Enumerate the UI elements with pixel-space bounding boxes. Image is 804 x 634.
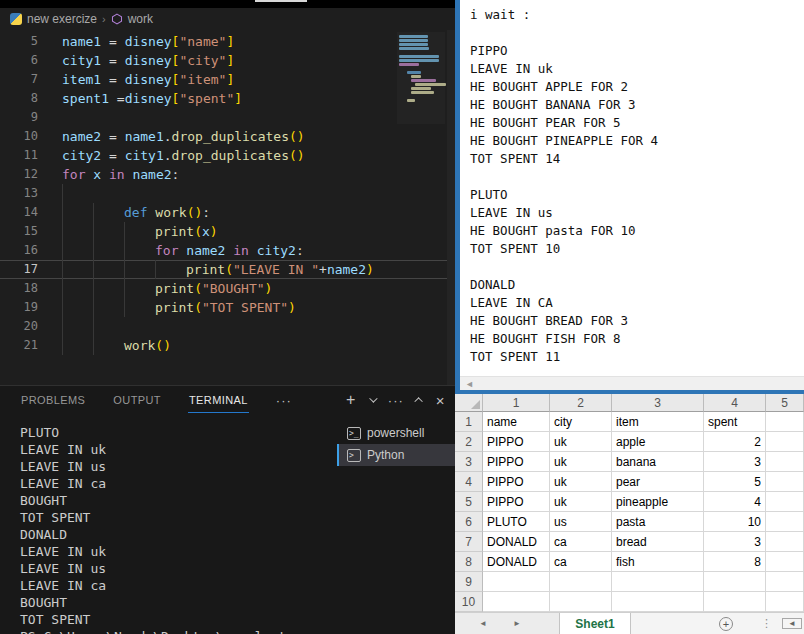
- table-cell[interactable]: uk: [550, 492, 612, 512]
- column-header-1[interactable]: 1: [483, 394, 550, 412]
- code-line[interactable]: 19print("TOT SPENT"): [0, 298, 455, 317]
- table-cell[interactable]: [766, 452, 804, 472]
- table-cell[interactable]: pasta: [612, 512, 704, 532]
- code-line[interactable]: 8spent1 =disney["spent"]: [0, 89, 455, 108]
- table-cell[interactable]: apple: [612, 432, 704, 452]
- table-cell[interactable]: banana: [612, 452, 704, 472]
- row-header-1[interactable]: 1: [455, 412, 483, 432]
- sheet-nav-right-icon[interactable]: ►: [513, 619, 521, 628]
- chevron-up-icon[interactable]: [414, 397, 422, 405]
- breadcrumb[interactable]: new exercize › work: [0, 8, 455, 30]
- panel-tab-problems[interactable]: PROBLEMS: [20, 387, 86, 413]
- table-cell[interactable]: PIPPO: [483, 492, 550, 512]
- code-line[interactable]: 13: [0, 184, 455, 203]
- add-sheet-icon[interactable]: +: [719, 617, 733, 631]
- table-cell[interactable]: uk: [550, 452, 612, 472]
- table-cell[interactable]: 10: [704, 512, 766, 532]
- table-cell[interactable]: pear: [612, 472, 704, 492]
- table-cell[interactable]: [612, 592, 704, 612]
- column-header-3[interactable]: 3: [612, 394, 704, 412]
- table-cell[interactable]: spent: [704, 412, 766, 432]
- table-cell[interactable]: 3: [704, 532, 766, 552]
- column-header-5[interactable]: 5: [766, 394, 804, 412]
- panel-tabs-more-icon[interactable]: ···: [275, 386, 293, 414]
- table-cell[interactable]: PIPPO: [483, 472, 550, 492]
- code-line[interactable]: 17print("LEAVE IN "+name2): [0, 260, 455, 279]
- table-cell[interactable]: PLUTO: [483, 512, 550, 532]
- new-terminal-icon[interactable]: +: [346, 393, 356, 407]
- sheet-scroll-left-icon[interactable]: ◄: [782, 618, 802, 629]
- column-header-4[interactable]: 4: [704, 394, 766, 412]
- row-header-9[interactable]: 9: [455, 572, 483, 592]
- row-header-3[interactable]: 3: [455, 452, 483, 472]
- column-header-2[interactable]: 2: [550, 394, 612, 412]
- table-cell[interactable]: name: [483, 412, 550, 432]
- table-cell[interactable]: [704, 592, 766, 612]
- row-header-8[interactable]: 8: [455, 552, 483, 572]
- table-cell[interactable]: [766, 472, 804, 492]
- table-cell[interactable]: 3: [704, 452, 766, 472]
- table-cell[interactable]: [766, 572, 804, 592]
- row-header-2[interactable]: 2: [455, 432, 483, 452]
- table-cell[interactable]: [766, 492, 804, 512]
- select-all-corner[interactable]: [455, 394, 483, 412]
- table-cell[interactable]: city: [550, 412, 612, 432]
- code-line[interactable]: 6city1 = disney["city"]: [0, 51, 455, 70]
- code-line[interactable]: 10name2 = name1.drop_duplicates(): [0, 127, 455, 146]
- table-cell[interactable]: 8: [704, 552, 766, 572]
- table-cell[interactable]: [766, 552, 804, 572]
- row-header-7[interactable]: 7: [455, 532, 483, 552]
- table-cell[interactable]: [766, 592, 804, 612]
- code-line[interactable]: 5name1 = disney["name"]: [0, 32, 455, 51]
- code-line[interactable]: 11city2 = city1.drop_duplicates(): [0, 146, 455, 165]
- table-cell[interactable]: [766, 532, 804, 552]
- shell-item-python[interactable]: >Python: [337, 444, 455, 466]
- table-cell[interactable]: [766, 512, 804, 532]
- code-line[interactable]: 7item1 = disney["item"]: [0, 70, 455, 89]
- table-cell[interactable]: [483, 572, 550, 592]
- table-cell[interactable]: DONALD: [483, 552, 550, 572]
- minimap[interactable]: [397, 32, 445, 124]
- sheet-tab-sheet1[interactable]: Sheet1: [559, 613, 631, 634]
- table-cell[interactable]: [612, 572, 704, 592]
- close-panel-icon[interactable]: ×: [436, 392, 445, 409]
- table-cell[interactable]: ca: [550, 532, 612, 552]
- table-cell[interactable]: [550, 592, 612, 612]
- table-cell[interactable]: [766, 432, 804, 452]
- code-line[interactable]: 20: [0, 317, 455, 336]
- table-cell[interactable]: DONALD: [483, 532, 550, 552]
- chevron-down-icon[interactable]: [369, 394, 377, 402]
- table-cell[interactable]: 2: [704, 432, 766, 452]
- code-line[interactable]: 12for x in name2:: [0, 165, 455, 184]
- code-line[interactable]: 18print("BOUGHT"): [0, 279, 455, 298]
- code-line[interactable]: 21work(): [0, 336, 455, 355]
- panel-tab-output[interactable]: OUTPUT: [112, 387, 162, 413]
- row-header-4[interactable]: 4: [455, 472, 483, 492]
- code-line[interactable]: 15print(x): [0, 222, 455, 241]
- table-cell[interactable]: fish: [612, 552, 704, 572]
- more-actions-icon[interactable]: ···: [388, 393, 404, 408]
- table-cell[interactable]: ca: [550, 552, 612, 572]
- terminal-output[interactable]: PLUTOLEAVE IN ukLEAVE IN usLEAVE IN caBO…: [0, 414, 337, 634]
- code-line[interactable]: 16for name2 in city2:: [0, 241, 455, 260]
- table-cell[interactable]: us: [550, 512, 612, 532]
- breadcrumb-symbol[interactable]: work: [128, 12, 153, 26]
- table-cell[interactable]: [766, 412, 804, 432]
- editor-scrollbar[interactable]: [447, 30, 455, 385]
- panel-tab-terminal[interactable]: TERMINAL: [188, 387, 249, 413]
- table-cell[interactable]: [704, 572, 766, 592]
- row-header-5[interactable]: 5: [455, 492, 483, 512]
- row-header-10[interactable]: 10: [455, 592, 483, 612]
- breadcrumb-file[interactable]: new exercize: [27, 12, 97, 26]
- code-line[interactable]: 9: [0, 108, 455, 127]
- console-horizontal-scrollbar[interactable]: ◄: [460, 376, 804, 390]
- code-editor[interactable]: 5name1 = disney["name"]6city1 = disney["…: [0, 30, 455, 385]
- table-cell[interactable]: uk: [550, 472, 612, 492]
- table-cell[interactable]: PIPPO: [483, 432, 550, 452]
- scroll-left-arrow-icon[interactable]: ◄: [465, 379, 474, 389]
- code-line[interactable]: 14def work():: [0, 203, 455, 222]
- table-cell[interactable]: PIPPO: [483, 452, 550, 472]
- table-cell[interactable]: [483, 592, 550, 612]
- sheet-dots-icon[interactable]: ⋮: [761, 617, 780, 630]
- sheet-nav-left-icon[interactable]: ◄: [479, 619, 487, 628]
